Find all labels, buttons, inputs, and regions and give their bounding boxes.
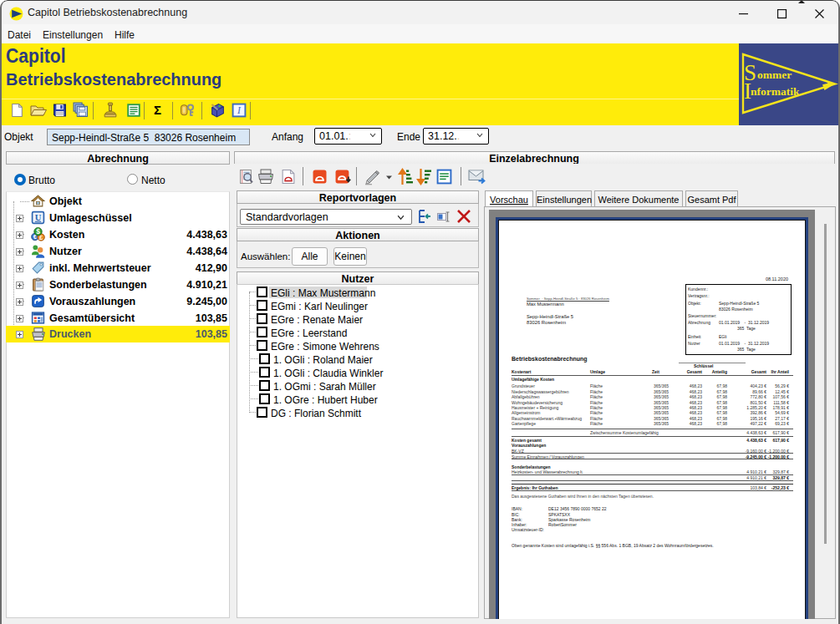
svg-text:$: $ bbox=[36, 227, 40, 236]
svg-text:ommer: ommer bbox=[757, 68, 792, 81]
svg-text:nformatik: nformatik bbox=[751, 85, 800, 98]
svg-text:U: U bbox=[35, 213, 42, 222]
